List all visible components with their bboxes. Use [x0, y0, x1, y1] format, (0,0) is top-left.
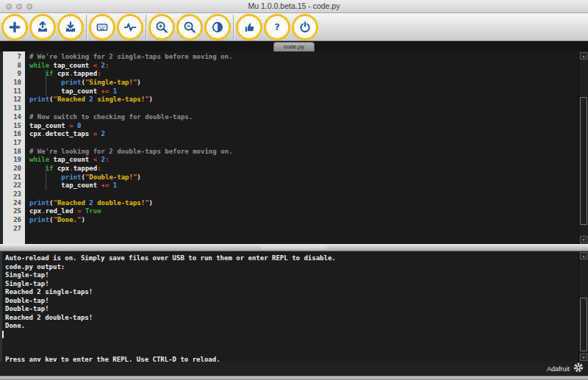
code-line: print("Reached 2 double-taps!") — [29, 199, 578, 208]
repl-scrollbar[interactable]: ▲ ▼ — [578, 251, 588, 362]
repl-line — [5, 348, 578, 356]
code-editor[interactable]: 789101112131415161718192021222324252627 … — [0, 51, 588, 244]
toolbar-separator — [86, 15, 87, 40]
gear-icon[interactable] — [573, 362, 584, 376]
thumbs-up-icon — [243, 21, 256, 34]
zoom-out-button[interactable] — [176, 14, 203, 40]
keyboard-icon — [96, 21, 109, 34]
toolbar-separator — [146, 15, 146, 40]
load-icon — [36, 21, 49, 34]
repl-line: Reached 2 double-taps! — [5, 314, 578, 323]
repl-line: Done. — [5, 322, 578, 331]
repl-line: Auto-reload is on. Simply save files ove… — [5, 254, 578, 263]
repl-scrollbar-thumb[interactable] — [580, 298, 587, 351]
tab-code-py[interactable]: code.py — [273, 42, 315, 51]
repl-line: code.py output: — [5, 263, 578, 272]
repl-line — [5, 331, 578, 340]
line-number: 13 — [3, 104, 25, 113]
check-button[interactable] — [236, 14, 262, 40]
window-title: Mu 1.0.0.beta.15 - code.py — [0, 0, 588, 13]
titlebar: Mu 1.0.0.beta.15 - code.py — [0, 0, 588, 13]
repl-line — [5, 339, 578, 348]
line-number: 14 — [3, 113, 25, 122]
line-number-gutter: 789101112131415161718192021222324252627 — [3, 51, 25, 244]
line-number: 26 — [3, 216, 25, 225]
code-line: print("Single-tap!") — [29, 79, 578, 87]
line-number: 16 — [3, 130, 25, 139]
zoom-out-icon — [183, 21, 196, 34]
code-line — [29, 190, 578, 199]
quit-button[interactable] — [292, 14, 318, 40]
line-number: 24 — [3, 199, 25, 208]
repl-line: Reached 2 single-taps! — [5, 288, 578, 297]
status-bar: Adafruit — [0, 362, 588, 376]
code-line: print("Done.") — [29, 216, 578, 225]
line-number: 9 — [3, 70, 25, 79]
plus-icon — [8, 21, 21, 34]
line-number: 25 — [3, 207, 25, 216]
theme-button[interactable] — [204, 14, 231, 40]
editor-scrollbar[interactable]: ▲ ▼ — [578, 51, 588, 244]
editor-scrollbar-thumb[interactable] — [580, 97, 587, 225]
plotter-button[interactable] — [117, 14, 143, 40]
line-number: 23 — [3, 190, 25, 199]
line-number: 17 — [3, 139, 25, 148]
repl-line: Double-tap! — [5, 297, 578, 306]
code-line: while tap_count < 2: — [29, 156, 578, 165]
help-button[interactable]: ? — [264, 14, 290, 40]
code-line: # Now switch to checking for double-taps… — [29, 113, 578, 122]
code-line: if cpx.tapped: — [29, 165, 578, 173]
pulse-icon — [123, 21, 137, 34]
repl-line: Press any key to enter the REPL. Use CTR… — [5, 356, 578, 362]
pane-splitter[interactable] — [0, 244, 588, 251]
line-number: 19 — [3, 156, 25, 165]
code-line: while tap_count < 2: — [29, 62, 578, 71]
line-number: 18 — [3, 148, 25, 157]
line-number: 11 — [3, 87, 25, 96]
line-number: 21 — [3, 173, 25, 182]
zoom-in-button[interactable] — [148, 14, 175, 40]
scroll-down-icon[interactable]: ▼ — [580, 354, 587, 361]
code-line: tap_count += 1 — [29, 182, 578, 190]
serial-repl-pane[interactable]: Auto-reload is on. Simply save files ove… — [0, 251, 588, 362]
code-line: if cpx.tapped: — [29, 70, 578, 79]
code-text-area[interactable]: # We're looking for 2 single-taps before… — [25, 51, 578, 244]
text-cursor — [2, 331, 4, 338]
toolbar-separator — [233, 15, 234, 40]
scroll-up-icon[interactable]: ▲ — [580, 52, 587, 60]
code-line: # We're looking for 2 double-taps before… — [29, 148, 578, 157]
code-line — [29, 139, 578, 148]
new-button[interactable] — [1, 14, 28, 40]
window-bottom-edge — [0, 376, 588, 380]
line-number: 12 — [3, 96, 25, 104]
power-icon — [298, 21, 312, 34]
line-number: 22 — [3, 182, 25, 190]
code-line: # We're looking for 2 single-taps before… — [29, 53, 578, 62]
scroll-down-icon[interactable]: ▼ — [580, 236, 587, 243]
serial-output-text: Auto-reload is on. Simply save files ove… — [5, 254, 578, 362]
serial-button[interactable] — [89, 14, 115, 40]
svg-text:?: ? — [274, 21, 280, 32]
mu-editor-window: Mu 1.0.0.beta.15 - code.py ? code.py 789… — [0, 0, 588, 380]
code-line: print("Double-tap!") — [29, 173, 578, 182]
code-line — [29, 225, 578, 234]
splitter-handle-icon — [261, 246, 327, 250]
line-number: 7 — [3, 53, 25, 62]
contrast-icon — [211, 21, 224, 34]
repl-line: Single-tap! — [5, 280, 578, 289]
code-line — [29, 104, 578, 113]
code-line: print("Reached 2 single-taps!") — [29, 96, 578, 104]
save-icon — [64, 21, 77, 34]
tab-bar: code.py — [0, 41, 588, 51]
repl-line: Single-tap! — [5, 271, 578, 280]
scroll-up-icon[interactable]: ▲ — [580, 252, 587, 259]
line-number: 15 — [3, 122, 25, 131]
code-line: cpx.detect_taps = 2 — [29, 130, 578, 139]
load-button[interactable] — [29, 14, 56, 40]
code-line: cpx.red_led = True — [29, 207, 578, 216]
indent-guide — [46, 70, 46, 96]
save-button[interactable] — [57, 14, 84, 40]
line-number: 10 — [3, 79, 25, 87]
code-line: tap_count += 1 — [29, 87, 578, 96]
line-number: 27 — [3, 225, 25, 234]
